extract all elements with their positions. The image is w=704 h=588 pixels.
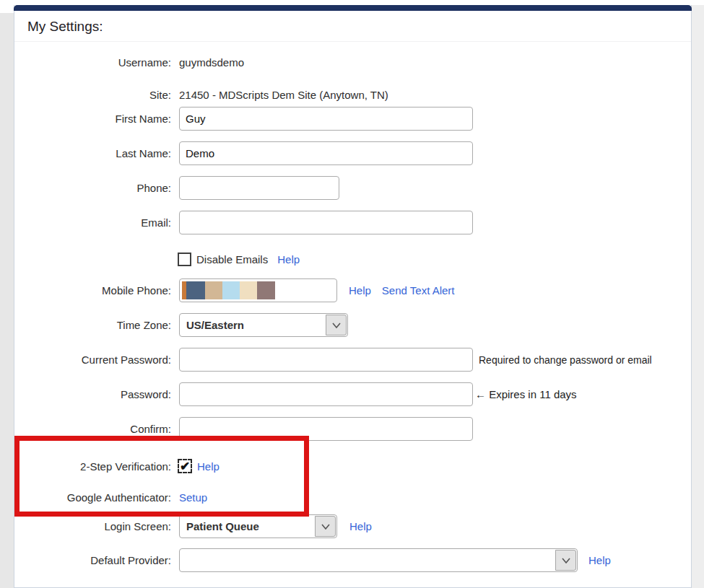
phone-label: Phone:	[22, 182, 171, 194]
last-name-input[interactable]	[179, 141, 473, 165]
default-provider-label: Default Provider:	[22, 554, 171, 566]
row-phone: Phone:	[22, 176, 339, 200]
row-email: Email:	[22, 211, 473, 234]
login-screen-selected-value: Patient Queue	[180, 520, 259, 532]
login-screen-help-link[interactable]: Help	[349, 520, 372, 532]
redaction-block	[186, 281, 205, 299]
time-zone-select[interactable]: US/Eastern	[179, 313, 348, 337]
header-divider	[14, 41, 691, 42]
current-password-input[interactable]	[179, 348, 473, 372]
page-background-right	[692, 5, 704, 588]
chevron-down-icon[interactable]	[326, 315, 347, 335]
password-input[interactable]	[179, 382, 473, 406]
two-step-verification-checkbox[interactable]: ✔	[178, 459, 192, 473]
phone-input[interactable]	[179, 176, 339, 200]
row-site: Site: 21450 - MDScripts Dem Site (Anytow…	[22, 87, 388, 102]
redaction-block	[240, 281, 257, 299]
current-password-note: Required to change password or email	[479, 354, 652, 366]
disable-emails-help-link[interactable]: Help	[277, 253, 300, 266]
confirm-password-input[interactable]	[179, 417, 473, 441]
row-login-screen: Login Screen: Patient Queue Help	[22, 514, 372, 538]
mobile-phone-redacted-value	[179, 278, 337, 302]
checkmark-icon: ✔	[180, 459, 190, 474]
chevron-down-icon[interactable]	[315, 516, 336, 537]
panel-top-accent-bar	[14, 5, 692, 11]
login-screen-select[interactable]: Patient Queue	[179, 514, 337, 538]
mobile-phone-help-link[interactable]: Help	[349, 284, 371, 297]
row-disable-emails: Disable Emails Help	[178, 251, 300, 267]
email-label: Email:	[22, 216, 171, 229]
send-text-alert-link[interactable]: Send Text Alert	[382, 284, 455, 297]
google-authenticator-label: Google Authenticator:	[22, 491, 171, 504]
row-current-password: Current Password: Required to change pas…	[22, 348, 652, 372]
row-two-step-verification: 2-Step Verification: ✔ Help	[22, 457, 220, 475]
two-step-help-link[interactable]: Help	[197, 460, 220, 473]
row-confirm: Confirm:	[22, 417, 473, 441]
last-name-label: Last Name:	[22, 147, 171, 159]
chevron-down-icon[interactable]	[555, 550, 576, 571]
current-password-label: Current Password:	[22, 354, 171, 366]
page-background-left	[0, 13, 14, 588]
redaction-block	[222, 281, 240, 299]
row-password: Password: ← Expires in 11 days	[22, 382, 577, 406]
google-authenticator-setup-link[interactable]: Setup	[179, 491, 207, 504]
first-name-label: First Name:	[22, 113, 171, 125]
login-screen-label: Login Screen:	[22, 520, 171, 532]
row-username: Username: guymdsdemo	[22, 55, 244, 69]
two-step-verification-label: 2-Step Verification:	[22, 460, 171, 473]
row-google-authenticator: Google Authenticator: Setup	[22, 490, 207, 504]
row-last-name: Last Name:	[22, 141, 473, 165]
site-label: Site:	[22, 89, 171, 101]
time-zone-label: Time Zone:	[22, 319, 171, 331]
redaction-block	[257, 281, 275, 299]
row-default-provider: Default Provider: Help	[22, 548, 611, 572]
default-provider-help-link[interactable]: Help	[588, 554, 611, 566]
confirm-label: Confirm:	[22, 423, 171, 435]
password-expiry-note: ← Expires in 11 days	[475, 388, 577, 400]
row-time-zone: Time Zone: US/Eastern	[22, 313, 348, 337]
time-zone-selected-value: US/Eastern	[180, 319, 244, 331]
first-name-input[interactable]	[179, 107, 473, 131]
email-input[interactable]	[179, 211, 473, 234]
username-label: Username:	[22, 56, 171, 69]
mobile-phone-label: Mobile Phone:	[22, 284, 171, 297]
page-title: My Settings:	[27, 19, 103, 35]
redaction-block	[205, 281, 222, 299]
default-provider-select[interactable]	[179, 548, 578, 572]
disable-emails-checkbox[interactable]	[178, 253, 191, 266]
disable-emails-label: Disable Emails	[196, 253, 268, 266]
site-value: 21450 - MDScripts Dem Site (Anytown, TN)	[179, 89, 388, 101]
row-first-name: First Name:	[22, 107, 473, 131]
password-label: Password:	[22, 388, 171, 400]
username-value: guymdsdemo	[179, 56, 244, 69]
